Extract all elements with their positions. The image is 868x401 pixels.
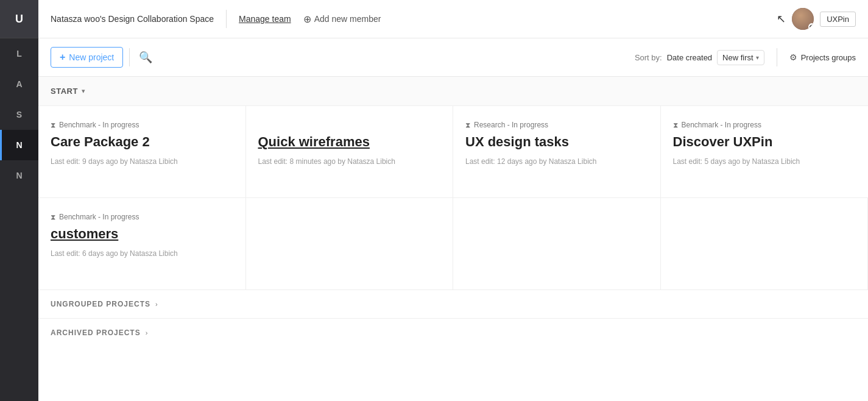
sidebar: U L A S N N	[0, 0, 38, 401]
project-name: Discover UXPin	[673, 134, 856, 150]
sidebar-item-a[interactable]: A	[0, 69, 38, 99]
header-divider	[226, 10, 227, 28]
status-label: Benchmark - In progress	[59, 213, 139, 221]
sidebar-item-n2[interactable]: N	[0, 160, 38, 191]
project-card-customers[interactable]: ⧗ Benchmark - In progress customers Last…	[38, 198, 246, 289]
avatar-settings-icon[interactable]: ⚙	[808, 23, 814, 30]
project-name: UX design tasks	[465, 134, 648, 150]
header: Natasza woo's Design Collaboration Space…	[38, 0, 868, 38]
project-name-link: Quick wireframes	[258, 134, 370, 149]
projects-grid-row1: ⧗ Benchmark - In progress Care Package 2…	[38, 106, 868, 198]
content-area: START ▾ ⧗ Benchmark - In progress Care P…	[38, 77, 868, 401]
archived-projects-section[interactable]: ARCHIVED PROJECTS ›	[38, 318, 868, 347]
project-status: ⧗ Benchmark - In progress	[51, 121, 233, 129]
project-card-empty-2	[453, 198, 661, 289]
project-edit-info: Last edit: 6 days ago by Natasza Libich	[51, 249, 233, 258]
project-edit-info: Last edit: 5 days ago by Natasza Libich	[673, 157, 856, 166]
sort-by-field: Date created	[667, 53, 712, 62]
sidebar-item-l[interactable]: L	[0, 38, 38, 69]
uxpin-badge[interactable]: UXPin	[820, 12, 856, 27]
project-name: Care Package 2	[51, 134, 233, 150]
status-label: Research - In progress	[474, 121, 548, 129]
project-status: ⧗ Benchmark - In progress	[51, 213, 233, 221]
search-button[interactable]: 🔍	[136, 48, 155, 67]
chevron-right-icon: ›	[146, 329, 148, 336]
hourglass-icon: ⧗	[51, 213, 55, 221]
sidebar-item-s[interactable]: S	[0, 99, 38, 130]
project-edit-info: Last edit: 12 days ago by Natasza Libich	[465, 157, 648, 166]
start-section-header[interactable]: START ▾	[38, 77, 868, 106]
project-card-care-package[interactable]: ⧗ Benchmark - In progress Care Package 2…	[38, 106, 246, 197]
chevron-right-icon: ›	[155, 300, 158, 308]
project-edit-info: Last edit: 9 days ago by Natasza Libich	[51, 157, 233, 166]
ungrouped-projects-section[interactable]: UNGROUPED PROJECTS ›	[38, 289, 868, 318]
project-card-ux-design[interactable]: ⧗ Research - In progress UX design tasks…	[453, 106, 661, 197]
sort-order-dropdown[interactable]: New first ▾	[717, 50, 764, 65]
sidebar-item-u[interactable]: U	[0, 0, 38, 38]
add-member-icon: ⊕	[303, 13, 311, 25]
archived-projects-label: ARCHIVED PROJECTS	[51, 328, 141, 337]
project-name: customers	[51, 226, 233, 242]
sort-section: Sort by: Date created New first ▾	[635, 50, 764, 65]
toolbar-divider2	[777, 48, 777, 66]
project-name: Quick wireframes	[258, 134, 441, 150]
workspace-title: Natasza woo's Design Collaboration Space	[51, 14, 214, 24]
project-card-quick-wireframes[interactable]: ⧗ placeholder Quick wireframes Last edit…	[246, 106, 454, 197]
projects-grid-row2: ⧗ Benchmark - In progress customers Last…	[38, 198, 868, 289]
projects-groups-button[interactable]: ⚙ Projects groups	[789, 52, 856, 62]
hourglass-icon: ⧗	[673, 121, 678, 129]
hourglass-icon: ⧗	[51, 121, 55, 129]
project-card-empty-3	[661, 198, 869, 289]
toolbar: + New project 🔍 Sort by: Date created Ne…	[38, 38, 868, 77]
project-card-empty-1	[246, 198, 454, 289]
project-status: ⧗ Benchmark - In progress	[673, 121, 856, 129]
cursor-indicator: ↖	[777, 12, 786, 26]
sidebar-item-n-active[interactable]: N	[0, 130, 38, 160]
status-label: Benchmark - In progress	[682, 121, 761, 129]
project-edit-info: Last edit: 8 minutes ago by Natasza Libi…	[258, 157, 441, 166]
hourglass-icon: ⧗	[465, 121, 470, 129]
plus-icon: +	[60, 52, 65, 63]
main-content: Natasza woo's Design Collaboration Space…	[38, 0, 868, 401]
toolbar-divider	[129, 48, 130, 66]
chevron-down-icon: ▾	[756, 54, 759, 61]
section-arrow-icon: ▾	[82, 87, 85, 95]
project-name-link: customers	[51, 226, 118, 241]
avatar[interactable]: ⚙	[792, 8, 814, 30]
add-member-button[interactable]: ⊕ Add new member	[303, 13, 381, 25]
new-project-button[interactable]: + New project	[51, 47, 123, 68]
header-right: ↖ ⚙ UXPin	[777, 8, 856, 30]
search-icon: 🔍	[139, 51, 152, 63]
section-title: START	[51, 87, 78, 96]
sort-label: Sort by:	[635, 53, 662, 62]
gear-icon: ⚙	[789, 52, 797, 62]
status-label: Benchmark - In progress	[59, 121, 139, 129]
project-card-discover-uxpin[interactable]: ⧗ Benchmark - In progress Discover UXPin…	[661, 106, 869, 197]
manage-team-link[interactable]: Manage team	[239, 14, 291, 24]
project-status: ⧗ Research - In progress	[465, 121, 648, 129]
ungrouped-projects-label: UNGROUPED PROJECTS	[51, 300, 150, 308]
